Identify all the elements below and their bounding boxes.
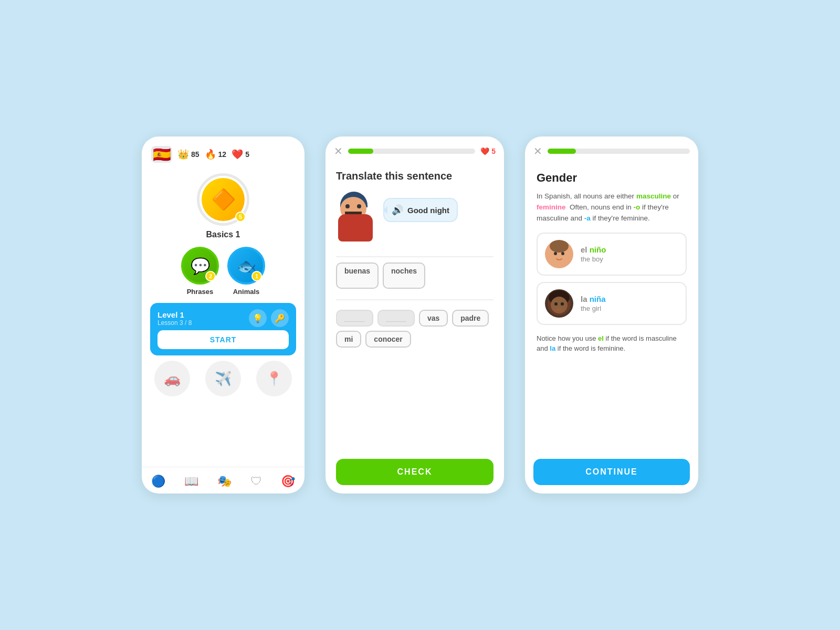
flag-icon[interactable]: 🇪🇸 (151, 146, 172, 163)
screen3-progress-fill (548, 149, 576, 154)
divider-1 (336, 256, 494, 257)
lightbulb-button[interactable]: 💡 (249, 309, 267, 327)
divider-2 (336, 299, 494, 300)
level-icons: 💡 🔑 (249, 309, 289, 327)
bank-word-padre[interactable]: padre (452, 310, 489, 327)
screen3-close-button[interactable]: ✕ (533, 145, 542, 158)
translate-title: Translate this sentence (336, 170, 494, 182)
gender-note: Notice how you use el if the word is mas… (537, 333, 687, 354)
feminine-text: feminine (537, 203, 566, 211)
bank-word-conocer[interactable]: conocer (365, 331, 411, 348)
basics-label: Basics 1 (206, 230, 240, 239)
speech-bubble: 🔊 Good night (383, 198, 458, 222)
svg-point-6 (551, 297, 568, 313)
bank-word-mi[interactable]: mi (336, 331, 361, 348)
girl-word-nina: niña (590, 295, 606, 303)
screen1-footer: 🔵 📖 🎭 🛡 🎯 (142, 467, 304, 494)
level-subtitle: Lesson 3 / 8 (158, 319, 192, 327)
screen1-home: 🇪🇸 👑 85 🔥 12 ❤️ 5 🔶 5 Basics 1 (142, 136, 304, 494)
continue-button[interactable]: CONTINUE (533, 459, 690, 485)
boy-word-nino: niño (590, 245, 606, 254)
girl-example-text: la niña the girl (581, 295, 606, 312)
boy-word: el niño (581, 245, 606, 254)
example-card-boy: el niño the boy (537, 233, 687, 276)
speech-text: Good night (407, 206, 449, 215)
phrases-circle: 💬 2 (181, 247, 219, 285)
char-body (338, 214, 373, 242)
level-title: Level 1 (158, 310, 192, 319)
note-la: la (550, 344, 555, 352)
check-button[interactable]: CHECK (336, 459, 494, 485)
masculine-text: masculine (636, 192, 671, 200)
screen3-content: Gender In Spanish, all nouns are either … (525, 162, 698, 453)
fire-count: 12 (218, 150, 227, 159)
phrases-lesson[interactable]: 💬 2 Phrases (181, 247, 219, 296)
screen2-heart-count: ❤️ 5 (480, 147, 496, 155)
animals-label: Animals (233, 288, 260, 296)
animals-lesson[interactable]: 🐟 1 Animals (227, 247, 265, 296)
note-el: el (598, 334, 604, 342)
svg-point-3 (561, 252, 564, 255)
animals-circle: 🐟 1 (227, 247, 265, 285)
gender-title: Gender (537, 171, 687, 185)
speaker-icon[interactable]: 🔊 (392, 204, 403, 216)
char-eye-right (357, 204, 361, 208)
girl-avatar (545, 289, 573, 318)
heart-count: 5 (245, 150, 249, 159)
girl-word: la niña (581, 295, 606, 303)
screen1-header: 🇪🇸 👑 85 🔥 12 ❤️ 5 (142, 136, 304, 168)
start-button[interactable]: START (158, 330, 289, 349)
screen3-topbar: ✕ (525, 136, 698, 162)
character-bubble-area: 🔊 Good night (336, 192, 494, 242)
ending-o-text: -o (634, 203, 640, 211)
animals-badge: 1 (251, 271, 262, 281)
footer-profile-icon[interactable]: 🎯 (277, 472, 299, 490)
footer-league-icon[interactable]: 🎭 (213, 472, 236, 490)
character-figure (336, 192, 378, 242)
lesson-row: 💬 2 Phrases 🐟 1 Animals (181, 247, 265, 296)
footer-shield-icon[interactable]: 🛡 (246, 472, 266, 490)
fire-stat: 🔥 12 (205, 149, 227, 160)
boy-translation: the boy (581, 255, 606, 263)
heart-stat: ❤️ 5 (232, 149, 249, 160)
girl-face-svg (545, 289, 573, 318)
bank-word-vas[interactable]: vas (419, 310, 448, 327)
gender-description: In Spanish, all nouns are either masculi… (537, 191, 687, 224)
boy-face-svg (545, 240, 573, 268)
crown-icon: 👑 (177, 149, 189, 160)
boy-example-text: el niño the boy (581, 245, 606, 263)
footer-book-icon[interactable]: 📖 (180, 472, 203, 490)
footer-home-icon[interactable]: 🔵 (147, 472, 170, 490)
screens-container: 🇪🇸 👑 85 🔥 12 ❤️ 5 🔶 5 Basics 1 (142, 136, 698, 494)
basics-badge: 5 (235, 212, 246, 222)
key-button[interactable]: 🔑 (271, 309, 289, 327)
char-eye-left (345, 204, 350, 208)
screen2-progress-bar (348, 149, 475, 154)
screen2-close-button[interactable]: ✕ (334, 145, 343, 158)
bank-word-2[interactable]: _____ (377, 310, 415, 327)
svg-point-1 (550, 240, 569, 253)
screen3-progress-bar (548, 149, 690, 154)
screen1-body: 🔶 5 Basics 1 💬 2 Phrases 🐟 1 (142, 168, 304, 467)
heart-icon-s2: ❤️ (480, 147, 489, 155)
level-box-header: Level 1 Lesson 3 / 8 💡 🔑 (158, 309, 289, 327)
svg-point-2 (554, 252, 557, 255)
bank-word-1[interactable]: _____ (336, 310, 373, 327)
locked-circle-3: 📍 (256, 361, 292, 396)
heart-icon: ❤️ (232, 149, 243, 160)
answer-area[interactable]: buenas noches (336, 262, 494, 289)
basics-circle[interactable]: 🔶 5 (197, 173, 249, 226)
placed-word-2[interactable]: noches (383, 262, 425, 289)
crown-count: 85 (191, 150, 200, 159)
crown-stat: 👑 85 (177, 149, 200, 160)
locked-row: 🚗 ✈️ 📍 (150, 361, 296, 396)
heart-num-s2: 5 (491, 147, 496, 155)
screen2-content: Translate this sentence (326, 162, 504, 494)
girl-translation: the girl (581, 304, 606, 312)
girl-word-la: la (581, 295, 590, 303)
screen3-gender: ✕ Gender In Spanish, all nouns are eithe… (525, 136, 698, 494)
boy-word-el: el (581, 245, 590, 254)
phrases-label: Phrases (187, 288, 214, 296)
boy-avatar (545, 240, 573, 268)
placed-word-1[interactable]: buenas (336, 262, 379, 289)
